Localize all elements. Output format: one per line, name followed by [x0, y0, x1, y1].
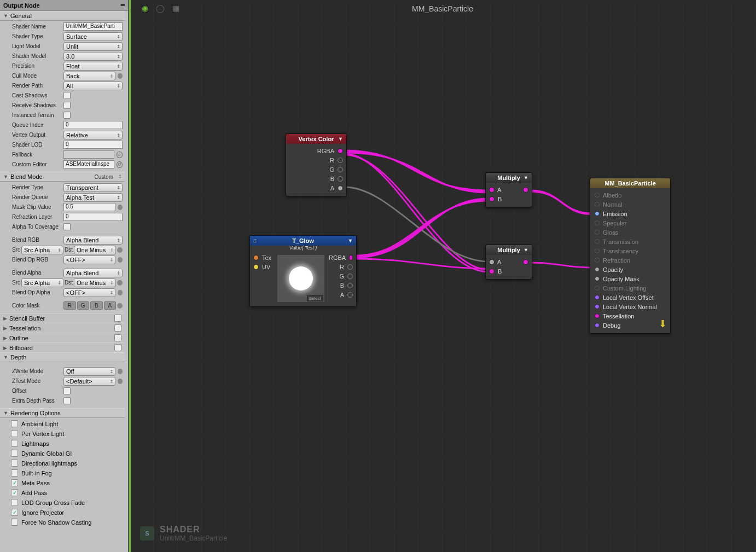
section-header-general[interactable]: ▼ General	[0, 11, 125, 21]
dst-rgb-select[interactable]: One Minus	[74, 246, 116, 254]
vertex-output-select[interactable]: Relative	[63, 131, 123, 140]
cast-shadows-checkbox[interactable]	[63, 92, 71, 99]
blend-op-alpha-select[interactable]: <OFF>	[63, 288, 115, 297]
billboard-enable-checkbox[interactable]	[114, 344, 121, 351]
port-out-r[interactable]	[338, 158, 343, 163]
port-out-a[interactable]	[347, 292, 353, 298]
mask-clip-field[interactable]: 0.5	[63, 203, 115, 211]
port-in-a[interactable]	[489, 259, 495, 265]
custom-editor-reset-icon[interactable]: ↺	[117, 161, 123, 168]
color-mask-b[interactable]: B	[90, 301, 103, 310]
port-in[interactable]	[595, 286, 600, 290]
port-out[interactable]	[523, 259, 528, 265]
foldout-billboard[interactable]: ▶Billboard	[0, 342, 125, 352]
color-mask-g[interactable]: G	[77, 301, 90, 310]
render-queue-select[interactable]: Alpha Test	[63, 193, 123, 202]
shader-model-select[interactable]: 3.0	[63, 52, 123, 61]
texture-select-button[interactable]: Select	[307, 295, 323, 301]
refraction-layer-field[interactable]: 0	[63, 213, 123, 221]
blend-rgb-select[interactable]: Alpha Blend	[63, 236, 123, 245]
color-mask-r[interactable]: R	[63, 301, 76, 310]
section-header-rendopts[interactable]: ▼ Rendering Options	[0, 408, 125, 418]
save-shader-icon[interactable]: ⬇	[659, 318, 667, 330]
rendering-option-checkbox[interactable]	[11, 469, 18, 477]
offset-checkbox[interactable]	[63, 387, 71, 394]
collapse-icon[interactable]: ▼	[338, 136, 343, 142]
port-in[interactable]	[595, 248, 600, 253]
port-in-b[interactable]	[489, 269, 495, 274]
port-in[interactable]	[595, 193, 600, 197]
instanced-terrain-checkbox[interactable]	[63, 112, 71, 119]
port-in[interactable]	[595, 211, 600, 216]
src-alpha-select[interactable]: Src Alpha	[21, 278, 63, 287]
shader-name-field[interactable]: Unlit/MM_BasicParti	[63, 22, 123, 31]
dst-alpha-select[interactable]: One Minus	[74, 278, 116, 287]
fallback-field[interactable]	[63, 150, 114, 159]
shader-lod-field[interactable]: 0	[63, 141, 123, 149]
rendering-option-checkbox[interactable]: ✓	[11, 489, 18, 496]
inspector-scroll[interactable]: ▼ General Shader NameUnlit/MM_BasicParti…	[0, 11, 128, 552]
port-out-rgba[interactable]	[349, 255, 353, 260]
foldout-stencil[interactable]: ▶Stencil Buffer	[0, 313, 125, 323]
rendering-option-checkbox[interactable]	[11, 460, 18, 467]
node-output[interactable]: MM_BasicParticle AlbedoNormalEmissionSpe…	[590, 178, 671, 334]
tessellation-enable-checkbox[interactable]	[114, 324, 121, 332]
rendering-option-checkbox[interactable]	[11, 450, 18, 457]
outline-enable-checkbox[interactable]	[114, 334, 121, 341]
queue-index-field[interactable]: 0	[63, 121, 123, 129]
stencil-enable-checkbox[interactable]	[114, 315, 121, 322]
receive-shadows-checkbox[interactable]	[63, 102, 71, 109]
section-header-depth[interactable]: ▼ Depth	[0, 352, 125, 362]
port-in[interactable]	[595, 295, 600, 300]
texture-preview[interactable]: Select	[277, 255, 324, 302]
blend-op-rgb-select[interactable]: <OFF>	[63, 255, 115, 264]
port-in[interactable]	[595, 220, 600, 225]
blend-alpha-select[interactable]: Alpha Blend	[63, 269, 123, 277]
cull-mode-select[interactable]: Back	[63, 72, 115, 80]
port-in[interactable]	[595, 313, 600, 318]
port-out-rgba[interactable]	[338, 148, 343, 154]
port-out-r[interactable]	[347, 264, 353, 270]
rendering-option-checkbox[interactable]	[11, 519, 18, 526]
precision-select[interactable]: Float	[63, 62, 123, 71]
rendering-option-checkbox[interactable]	[11, 430, 18, 437]
extra-depth-checkbox[interactable]	[63, 397, 71, 404]
rendering-option-checkbox[interactable]: ✓	[11, 479, 18, 486]
port-in[interactable]	[595, 267, 600, 272]
node-graph-canvas[interactable]: ◉ ◯ ▦ MM_BasicParticle	[129, 0, 756, 552]
foldout-tessellation[interactable]: ▶Tessellation	[0, 323, 125, 333]
port-out[interactable]	[523, 187, 528, 193]
port-in[interactable]	[595, 258, 600, 263]
port-out-g[interactable]	[347, 274, 353, 279]
port-in-uv[interactable]	[253, 264, 259, 270]
port-in-a[interactable]	[489, 187, 495, 193]
light-model-select[interactable]: Unlit	[63, 42, 123, 51]
port-in[interactable]	[595, 202, 600, 207]
shader-type-select[interactable]: Surface	[63, 32, 123, 41]
src-rgb-select[interactable]: Src Alpha	[21, 246, 63, 254]
fallback-picker-icon[interactable]: ⌕	[117, 152, 123, 158]
port-in[interactable]	[595, 323, 600, 328]
port-in-tex[interactable]	[253, 255, 259, 260]
node-tglow[interactable]: ≡ T_Glow ▼ Value( Test ) Tex UV Select	[249, 235, 357, 307]
render-type-select[interactable]: Transparent	[63, 183, 123, 192]
section-header-blend[interactable]: ▼ Blend Mode Custom ‡	[0, 172, 125, 182]
port-out-b[interactable]	[338, 176, 343, 182]
collapse-icon[interactable]: ▼	[524, 175, 528, 181]
minimize-icon[interactable]: ━	[121, 2, 125, 9]
custom-editor-field[interactable]: ASEMaterialInspe	[63, 160, 114, 168]
rendering-option-checkbox[interactable]	[11, 420, 18, 427]
port-in[interactable]	[595, 304, 600, 309]
port-in-b[interactable]	[489, 196, 495, 202]
port-out-g[interactable]	[338, 167, 343, 172]
foldout-outline[interactable]: ▶Outline	[0, 333, 125, 342]
node-menu-icon[interactable]: ≡	[253, 237, 257, 244]
collapse-icon[interactable]: ▼	[524, 247, 528, 253]
render-path-select[interactable]: All	[63, 82, 123, 90]
rendering-option-checkbox[interactable]	[11, 440, 18, 447]
port-in[interactable]	[595, 230, 600, 235]
node-multiply-b[interactable]: Multiply ▼ A B	[485, 245, 532, 280]
rendering-option-checkbox[interactable]	[11, 499, 18, 506]
port-out-a[interactable]	[338, 185, 343, 191]
zwrite-select[interactable]: Off	[63, 367, 115, 376]
